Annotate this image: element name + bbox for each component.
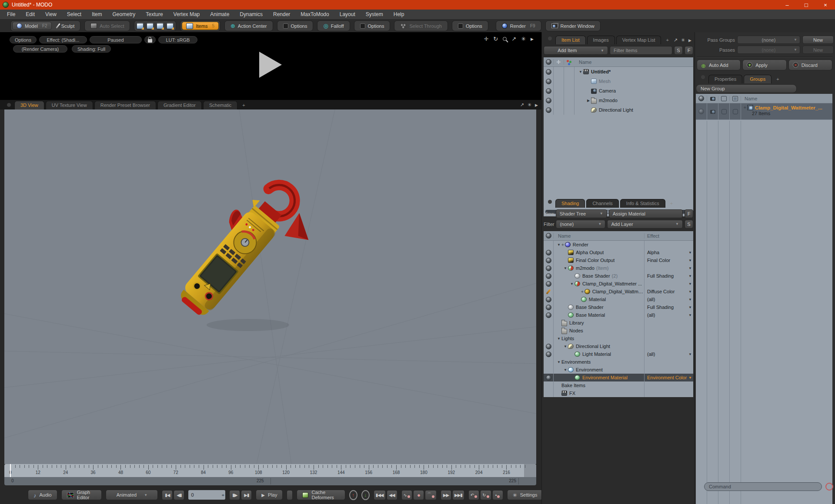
expand-pane-icon[interactable]: ↗ bbox=[511, 36, 516, 42]
visibility-eye-icon[interactable] bbox=[546, 281, 551, 287]
expander-open-icon[interactable]: ▼ bbox=[556, 243, 561, 247]
visibility-eye-icon[interactable] bbox=[546, 265, 551, 271]
groups-tab-properties[interactable]: Properties bbox=[708, 75, 742, 83]
settings-button[interactable]: ✳Settings bbox=[507, 490, 543, 500]
camera-selector-button[interactable]: (Render Camera) bbox=[13, 45, 67, 53]
current-frame-spinner[interactable]: 0◂▸ bbox=[188, 490, 225, 500]
select-polygons-button[interactable] bbox=[156, 22, 164, 30]
filter-f-button[interactable]: F bbox=[685, 209, 693, 218]
3d-viewport[interactable] bbox=[4, 109, 536, 464]
shading-mode-button[interactable]: Shading: Full bbox=[72, 45, 111, 53]
shader-row-library[interactable]: Library bbox=[544, 319, 693, 327]
shading-tab-channels[interactable]: Channels bbox=[586, 199, 618, 208]
prev-keyframe-button[interactable]: ▮◀◀ bbox=[374, 490, 386, 500]
panel-menu-icon[interactable] bbox=[7, 103, 11, 107]
expander-open-icon[interactable]: ▼ bbox=[556, 360, 561, 364]
model-layout-button[interactable]: ModelF2 bbox=[12, 22, 52, 30]
audio-button[interactable]: ♪Audio bbox=[28, 490, 57, 500]
shader-row-base-material[interactable]: Base Material (all)▼ bbox=[544, 311, 693, 319]
shader-row-material[interactable]: Material (all)▼ bbox=[544, 295, 693, 303]
shader-row-clamp-digital-wattme[interactable]: +Clamp_Digital_Wattme ... Diffuse Color▼ bbox=[544, 288, 693, 295]
effect-cell[interactable]: Full Shading▼ bbox=[645, 303, 693, 311]
command-input[interactable] bbox=[704, 482, 822, 491]
shading-tab-info-statistics[interactable]: Info & Statistics bbox=[620, 199, 665, 208]
pan-view-icon[interactable]: ✛ bbox=[484, 36, 488, 42]
effect-selector-button[interactable]: Effect: (Shadi... bbox=[39, 36, 87, 43]
menu-geometry[interactable]: Geometry bbox=[107, 10, 141, 19]
groups-add-tab-button[interactable]: + bbox=[773, 75, 782, 83]
timeline-range-slider[interactable]: 0 225 225 bbox=[4, 477, 536, 485]
shader-row-bake-items[interactable]: Bake Items bbox=[544, 381, 693, 389]
effect-cell[interactable]: ▼ bbox=[645, 264, 693, 272]
effect-cell[interactable]: ▼ bbox=[645, 280, 693, 288]
visibility-eye-icon[interactable] bbox=[546, 297, 551, 302]
group-row-clamp-digital-wattmeter[interactable]: +Clamp_Digital_Wattmeter_... 27 Items bbox=[696, 103, 832, 120]
expander[interactable]: + bbox=[744, 105, 746, 110]
item-list-tab-vertex-map-list[interactable]: Vertex Map List bbox=[616, 36, 661, 44]
minimize-button[interactable]: – bbox=[778, 0, 797, 10]
pass-groups-dropdown[interactable]: (none)▼ bbox=[737, 36, 800, 44]
panel-menu-icon[interactable] bbox=[548, 200, 552, 204]
record-button[interactable]: ● bbox=[413, 490, 424, 500]
effect-cell[interactable]: Final Color▼ bbox=[645, 256, 693, 264]
falloff-button[interactable]: ◎ Falloff bbox=[319, 22, 348, 30]
view-tab-3d-view[interactable]: 3D View bbox=[14, 101, 44, 109]
current-frame-marker[interactable] bbox=[10, 464, 11, 477]
pane-next-icon[interactable]: ▶ bbox=[535, 103, 538, 107]
time-marker-down-button[interactable]: ↓ bbox=[361, 490, 370, 500]
timeline-ruler[interactable]: 0122436486072849610812013214415616818019… bbox=[4, 464, 536, 477]
menu-item[interactable]: Item bbox=[87, 10, 107, 19]
view-tab-schematic[interactable]: Schematic bbox=[203, 101, 237, 109]
effect-cell[interactable]: (all)▼ bbox=[645, 311, 693, 319]
item-list-add-tab-button[interactable]: + bbox=[662, 36, 672, 44]
lut-selector-button[interactable]: LUT: sRGB bbox=[158, 36, 197, 43]
search-s-button[interactable]: S bbox=[685, 220, 693, 229]
menu-edit[interactable]: Edit bbox=[20, 10, 40, 19]
pane-settings-gear-icon[interactable]: ✳ bbox=[528, 102, 531, 108]
pane-next-icon[interactable]: ▶ bbox=[531, 37, 534, 41]
visibility-eye-icon[interactable] bbox=[546, 250, 551, 255]
expand-pane-icon[interactable]: ↗ bbox=[520, 102, 524, 108]
select-through-button[interactable]: Select Through bbox=[396, 22, 446, 30]
visibility-eye-icon[interactable] bbox=[546, 312, 551, 318]
new-pass-group-button[interactable]: New bbox=[802, 36, 834, 44]
go-start-button[interactable]: ▮◀ bbox=[162, 490, 173, 500]
sculpt-layout-button[interactable]: Sculpt bbox=[53, 22, 79, 30]
menu-render[interactable]: Render bbox=[268, 10, 295, 19]
cache-deformers-button[interactable]: Cache Deformers bbox=[297, 490, 345, 500]
menu-layout[interactable]: Layout bbox=[334, 10, 361, 19]
ik-key-button[interactable]: ⌒ bbox=[425, 490, 437, 500]
shader-row-fx[interactable]: FX bbox=[544, 389, 693, 397]
redo-key-button[interactable]: ↻ bbox=[480, 490, 491, 500]
effect-cell[interactable]: Alpha▼ bbox=[645, 249, 693, 256]
graph-editor-button[interactable]: Graph Editor bbox=[61, 490, 102, 500]
shader-row-clamp-digital-wattmeter[interactable]: ▼Clamp_Digital_Wattmeter ... ▼ bbox=[544, 280, 693, 288]
effect-cell[interactable]: Full Shading▼ bbox=[645, 272, 693, 280]
expander-open-icon[interactable]: ▼ bbox=[578, 70, 583, 74]
search-mode-button[interactable]: S bbox=[674, 46, 683, 55]
shader-row-alpha-output[interactable]: Alpha Output Alpha▼ bbox=[544, 249, 693, 256]
auto-key-button[interactable]: ∿ bbox=[401, 490, 412, 500]
playback-options-stub[interactable] bbox=[287, 490, 293, 500]
item-row-mesh[interactable]: Mesh bbox=[544, 76, 693, 86]
visibility-eye-icon[interactable] bbox=[546, 79, 551, 84]
menu-view[interactable]: View bbox=[40, 10, 62, 19]
falloff-options-button[interactable]: Options bbox=[356, 22, 389, 30]
effect-cell[interactable]: Environment Color▼ bbox=[645, 374, 693, 381]
select-through-options-button[interactable]: Options bbox=[454, 22, 487, 30]
select-edges-button[interactable] bbox=[146, 22, 154, 30]
delete-key-button[interactable]: ▪ bbox=[492, 490, 503, 500]
rotate-view-icon[interactable]: ↻ bbox=[493, 36, 498, 42]
shader-row-render[interactable]: ▼+Render bbox=[544, 241, 693, 249]
item-list-tab-images[interactable]: Images bbox=[587, 36, 615, 44]
new-pass-button[interactable]: New bbox=[802, 46, 834, 54]
group-checkbox-icon[interactable] bbox=[733, 109, 738, 114]
close-button[interactable]: × bbox=[816, 0, 835, 10]
shader-row-environment-material[interactable]: Environment Material Environment Color▼ bbox=[544, 374, 693, 381]
play-button[interactable]: ▶Play bbox=[256, 490, 283, 500]
pane-next-icon[interactable]: ▶ bbox=[688, 38, 691, 43]
time-marker-up-button[interactable]: ↑ bbox=[349, 490, 357, 500]
filter-items-input[interactable] bbox=[610, 46, 672, 55]
macro-record-icon[interactable] bbox=[825, 483, 833, 491]
render-window-button[interactable]: Render Window bbox=[547, 22, 599, 30]
